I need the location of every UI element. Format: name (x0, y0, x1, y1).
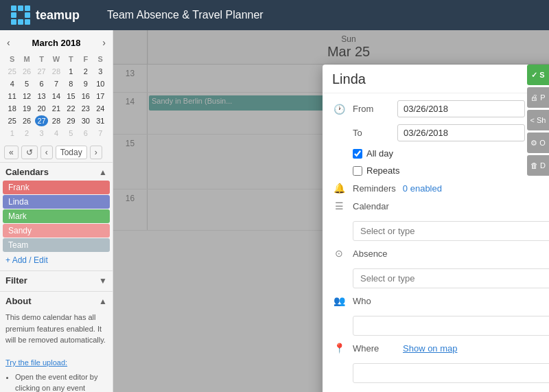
absence-icon: ⊙ (332, 248, 346, 259)
mini-cal-day[interactable]: 26 (20, 115, 33, 126)
bell-icon: 🔔 (332, 183, 346, 194)
calendars-section: Calendars ▲ FrankLindaMarkSandyTeam + Ad… (0, 163, 113, 268)
calendar-item-linda[interactable]: Linda (3, 195, 110, 209)
calendar-list: FrankLindaMarkSandyTeam (0, 181, 113, 252)
mini-cal-day[interactable]: 5 (20, 78, 33, 89)
mini-cal-day[interactable]: 18 (5, 103, 19, 114)
mini-cal-day[interactable]: 6 (79, 128, 92, 139)
calendars-header: Calendars ▲ (0, 163, 113, 180)
mini-cal-day[interactable]: 10 (94, 78, 107, 89)
nav-prev-prev[interactable]: « (4, 146, 19, 159)
share-button[interactable]: < Sh (527, 110, 549, 130)
to-row: To (332, 124, 549, 141)
add-calendar-link[interactable]: + Add / Edit (0, 253, 113, 268)
event-title-input[interactable] (332, 71, 549, 87)
about-label: About (5, 296, 32, 306)
calendar-select[interactable] (353, 221, 549, 241)
save-button[interactable]: ✓ S (527, 65, 549, 85)
mini-cal-prev[interactable]: ‹ (4, 36, 13, 49)
delete-button[interactable]: 🗑 D (527, 155, 549, 176)
file-upload-link[interactable]: Try the file upload: (5, 358, 67, 367)
nav-refresh[interactable]: ↺ (21, 146, 38, 159)
reminders-label: Reminders (353, 183, 396, 194)
app-title: Team Absence & Travel Planner (107, 9, 264, 21)
print-button[interactable]: 🖨 P (527, 87, 549, 108)
mini-cal-next[interactable]: › (100, 36, 108, 49)
calendars-collapse[interactable]: ▲ (99, 168, 107, 177)
mini-cal-day[interactable]: 26 (20, 66, 33, 77)
mini-cal-day[interactable]: 30 (79, 115, 92, 126)
mini-cal-day[interactable]: 12 (20, 91, 33, 102)
mini-cal-day[interactable]: 1 (5, 128, 19, 139)
calendar-item-team[interactable]: Team (3, 238, 110, 252)
mini-cal-day[interactable]: 27 (35, 66, 48, 77)
who-input[interactable] (353, 316, 549, 336)
allday-checkbox-label[interactable]: All day (353, 148, 393, 159)
mini-cal-day[interactable]: 1 (65, 66, 78, 77)
mini-cal-day[interactable]: 8 (65, 78, 78, 89)
mini-cal-day[interactable]: 3 (35, 128, 48, 139)
from-date-input[interactable] (397, 100, 525, 117)
calendar-item-sandy[interactable]: Sandy (3, 224, 110, 238)
show-on-map-link[interactable]: Show on map (403, 343, 458, 354)
mini-cal-day[interactable]: 17 (94, 91, 107, 102)
mini-cal-day[interactable]: 14 (49, 91, 62, 102)
mini-cal-day[interactable]: 13 (35, 91, 48, 102)
calendar-label: Calendar (353, 201, 390, 211)
nav-prev[interactable]: ‹ (40, 146, 53, 159)
mini-cal-day[interactable]: 20 (35, 103, 48, 114)
mini-cal-day[interactable]: 15 (65, 91, 78, 102)
calendar-row: ☰ Calendar (332, 200, 549, 241)
absence-select[interactable] (353, 268, 549, 288)
mini-cal-day[interactable]: 7 (94, 128, 107, 139)
mini-cal-day[interactable]: 16 (79, 91, 92, 102)
where-row: 📍 Where Show on map (332, 343, 549, 383)
mini-cal-day[interactable]: 28 (49, 66, 62, 77)
to-date-input[interactable] (397, 124, 525, 141)
reminders-row: 🔔 Reminders 0 enabled (332, 183, 549, 194)
mini-cal-day[interactable]: 9 (79, 78, 92, 89)
mini-cal-day[interactable]: 22 (65, 103, 78, 114)
allday-row: All day (332, 148, 549, 159)
who-icon: 👥 (332, 295, 346, 306)
modal-action-buttons: ✓ S 🖨 P < Sh ⚙ O 🗑 D (527, 65, 549, 176)
mini-cal-day[interactable]: 25 (5, 115, 19, 126)
mini-cal-day[interactable]: 24 (94, 103, 107, 114)
mini-cal-day[interactable]: 29 (65, 115, 78, 126)
repeats-checkbox[interactable] (353, 166, 362, 176)
dow-mon: M (20, 54, 33, 65)
options-button[interactable]: ⚙ O (527, 132, 549, 153)
app-header: teamup Team Absence & Travel Planner (0, 0, 549, 30)
filter-collapse[interactable]: ▼ (99, 276, 107, 286)
mini-cal-day[interactable]: 11 (5, 91, 19, 102)
calendar-item-mark[interactable]: Mark (3, 209, 110, 223)
about-header: About ▲ (0, 291, 113, 309)
mini-cal-day[interactable]: 27 (35, 115, 48, 126)
where-input[interactable] (353, 363, 549, 383)
mini-cal-day[interactable]: 2 (20, 128, 33, 139)
mini-cal-day[interactable]: 7 (49, 78, 62, 89)
calendar-icon: ☰ (332, 200, 346, 211)
mini-cal-day[interactable]: 4 (5, 78, 19, 89)
mini-cal-grid: S M T W T F S 25262728123456789101112131… (4, 52, 108, 140)
about-collapse[interactable]: ▲ (99, 297, 107, 306)
nav-today[interactable]: Today (56, 146, 87, 159)
calendar-item-frank[interactable]: Frank (3, 181, 110, 194)
mini-cal-day[interactable]: 19 (20, 103, 33, 114)
mini-cal-day[interactable]: 4 (49, 128, 62, 139)
mini-cal-day[interactable]: 6 (35, 78, 48, 89)
mini-cal-day[interactable]: 31 (94, 115, 107, 126)
who-label: Who (353, 296, 390, 306)
mini-cal-day[interactable]: 2 (79, 66, 92, 77)
mini-cal-day[interactable]: 21 (49, 103, 62, 114)
nav-next[interactable]: › (90, 146, 102, 159)
allday-checkbox[interactable] (353, 149, 362, 159)
mini-cal-day[interactable]: 25 (5, 66, 19, 77)
mini-cal-day[interactable]: 28 (49, 115, 62, 126)
mini-cal-day[interactable]: 3 (94, 66, 107, 77)
reminders-link[interactable]: 0 enabled (403, 183, 442, 194)
mini-cal-day[interactable]: 23 (79, 103, 92, 114)
repeats-checkbox-label[interactable]: Repeats (353, 165, 399, 176)
mini-cal-day[interactable]: 5 (65, 128, 78, 139)
to-label: To (353, 128, 390, 138)
